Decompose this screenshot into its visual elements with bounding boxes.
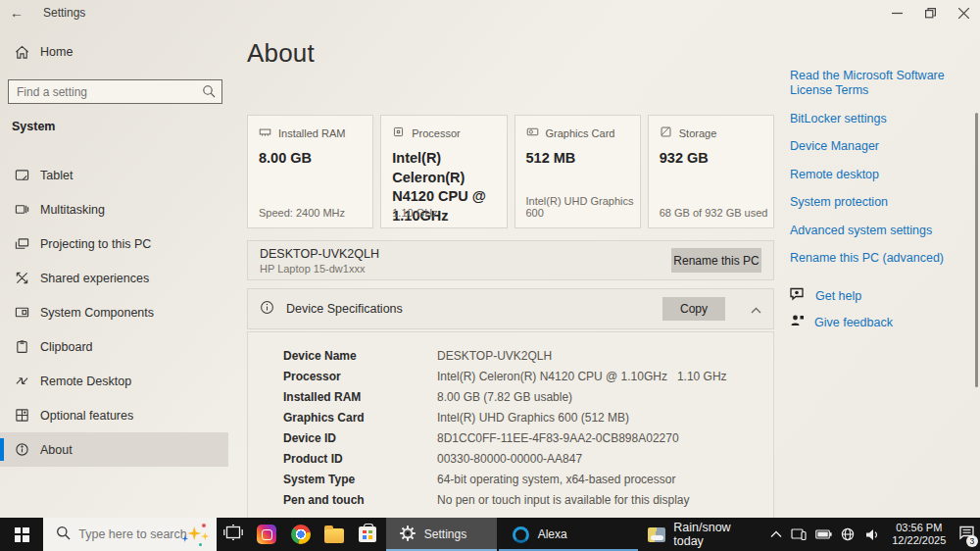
taskbar-clock[interactable]: 03:56 PM 12/22/2025 [885,518,953,551]
your-phone-icon[interactable] [790,527,808,541]
tray-overflow-button[interactable] [766,518,786,551]
card-processor: Processor Intel(R) Celeron(R) N4120 CPU … [380,115,507,228]
sidebar-item-about[interactable]: About [0,432,228,467]
titlebar: ← Settings [0,0,980,25]
card-label: Processor [412,127,461,139]
close-button[interactable] [947,0,980,25]
device-specs-header[interactable]: Device Specifications Copy [247,288,774,329]
microsoft-store-button[interactable] [351,518,384,551]
weather-label: Rain/snow today [673,521,757,548]
card-value: 8.00 GB [259,149,362,169]
spec-label: Device ID [283,431,437,445]
taskbar-settings-label: Settings [424,527,466,541]
card-footer: Intel(R) UHD Graphics 600 [526,195,640,219]
card-label: Installed RAM [278,127,345,139]
sidebar-item-label: Clipboard [40,340,93,354]
task-view-button[interactable] [217,518,250,551]
spec-label: System Type [283,473,437,486]
battery-icon[interactable] [814,529,832,539]
card-graphics: Graphics Card 512 MB Intel(R) UHD Graphi… [514,115,641,228]
sidebar-item-tablet[interactable]: Tablet [0,158,228,192]
link-device-manager[interactable]: Device Manager [790,139,978,154]
spec-value: 8.00 GB (7.82 GB usable) [437,390,572,404]
sidebar-item-optional-features[interactable]: Optional features [0,398,228,432]
projecting-icon [14,236,29,252]
link-remote-desktop[interactable]: Remote desktop [790,168,978,182]
search-highlights-icon[interactable] [181,523,209,546]
tablet-icon [14,168,29,183]
weather-icon [648,527,665,542]
taskbar-search-input[interactable] [78,527,194,541]
card-footer: 1.10 GHz [392,207,437,219]
link-advanced-system-settings[interactable]: Advanced system settings [790,224,978,238]
sidebar-item-system-components[interactable]: System Components [0,295,228,329]
link-rename-advanced[interactable]: Rename this PC (advanced) [790,251,978,266]
settings-window: ← Settings Home System [0,0,980,518]
taskbar-alexa-app[interactable]: Alexa [499,518,638,551]
clock-date: 12/22/2025 [892,534,946,547]
taskbar-search[interactable] [43,518,217,551]
spec-label: Device Name [283,349,437,363]
spec-value: 64-bit operating system, x64-based proce… [437,473,675,486]
search-icon[interactable] [202,84,216,102]
spec-row: Pen and touchNo pen or touch input is av… [248,489,773,510]
volume-icon[interactable] [863,528,881,541]
get-help-link[interactable]: Get help [790,287,978,305]
card-storage: Storage 932 GB 68 GB of 932 GB used [648,115,774,228]
action-center-button[interactable]: 3 [953,518,980,551]
search-icon [56,526,71,544]
network-globe-icon[interactable] [839,527,857,541]
restore-button[interactable] [913,0,947,25]
vertical-scrollbar[interactable] [975,113,978,387]
sidebar-item-multitasking[interactable]: Multitasking [0,192,228,226]
minimize-button[interactable] [880,0,913,25]
related-settings: Read the Microsoft Software License Term… [790,69,978,340]
chevron-up-icon[interactable] [751,300,761,318]
copy-button[interactable]: Copy [662,297,725,321]
sidebar-item-shared-experiences[interactable]: Shared experiences [0,261,228,295]
window-title: Settings [43,6,85,20]
weather-widget[interactable]: Rain/snow today [638,518,766,551]
instagram-button[interactable] [250,518,283,551]
remote-desktop-icon [14,374,29,389]
info-icon [260,300,274,319]
chrome-button[interactable] [283,518,317,551]
sidebar-item-clipboard[interactable]: Clipboard [0,329,228,364]
spec-value: No pen or touch input is available for t… [437,493,689,507]
sidebar-item-projecting[interactable]: Projecting to this PC [0,226,228,261]
sidebar-item-home[interactable]: Home [0,37,228,67]
start-button[interactable] [0,518,43,551]
device-model: HP Laptop 15-dw1xxx [260,263,379,275]
sidebar-item-label: Tablet [40,169,73,182]
help-label: Give feedback [814,316,893,329]
card-value: 932 GB [660,149,762,169]
clipboard-icon [14,339,29,355]
spec-value: 00330-80000-00000-AA847 [437,452,582,466]
sidebar-home-label: Home [40,45,73,59]
link-system-protection[interactable]: System protection [790,195,978,210]
home-icon [14,44,29,60]
sidebar-item-label: Shared experiences [40,272,149,285]
back-button[interactable]: ← [0,5,33,21]
task-view-icon [223,525,243,544]
about-icon [14,442,29,458]
search-input[interactable] [8,79,222,104]
multitasking-icon [14,202,29,218]
rename-pc-button[interactable]: Rename this PC [671,248,761,273]
file-explorer-button[interactable] [318,518,351,551]
taskbar-settings-app[interactable]: Settings [386,518,497,551]
sidebar-item-label: System Components [40,306,154,320]
card-footer: 68 GB of 932 GB used [660,207,768,219]
give-feedback-link[interactable]: Give feedback [790,314,978,331]
link-license-terms[interactable]: Read the Microsoft Software License Term… [790,69,978,98]
spec-row: Device NameDESKTOP-UVK2QLH [248,345,773,366]
card-value: 512 MB [526,149,629,169]
link-bitlocker[interactable]: BitLocker settings [790,112,978,126]
storage-icon [660,125,672,140]
sidebar-item-label: Remote Desktop [40,375,131,388]
page-title: About [247,38,774,69]
device-name-bar: DESKTOP-UVK2QLH HP Laptop 15-dw1xxx Rena… [247,240,774,280]
sidebar-item-label: Projecting to this PC [40,237,151,251]
sidebar-item-remote-desktop[interactable]: Remote Desktop [0,364,228,398]
windows-logo-icon [15,527,29,542]
